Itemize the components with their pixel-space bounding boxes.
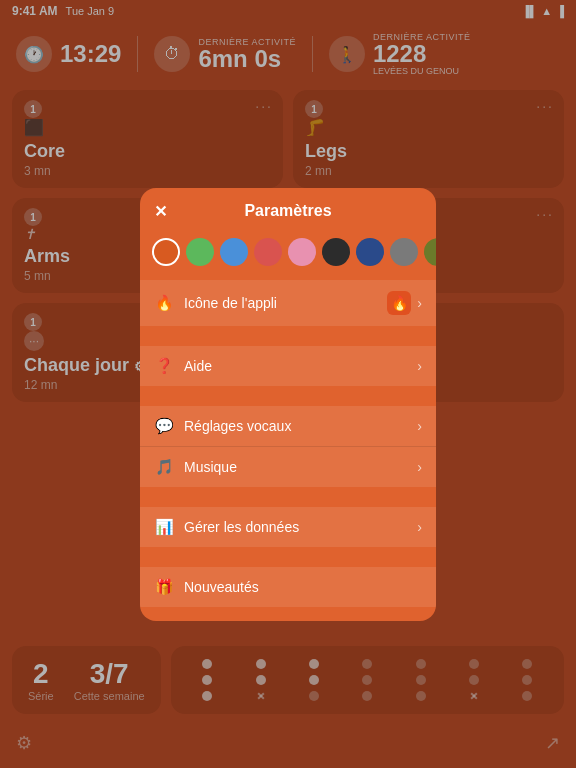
aide-icon: ❓ <box>154 357 174 375</box>
vocal-icon: 💬 <box>154 417 174 435</box>
app-icon-chevron: › <box>417 295 422 311</box>
menu-item-app-icon[interactable]: 🔥 Icône de l'appli 🔥 › <box>140 280 436 326</box>
donnees-icon: 📊 <box>154 518 174 536</box>
modal-title: Paramètres <box>244 202 331 220</box>
swatch-gray[interactable] <box>390 238 418 266</box>
app-icon-preview: 🔥 <box>387 291 411 315</box>
menu-item-donnees[interactable]: 📊 Gérer les données › <box>140 507 436 547</box>
swatch-blue[interactable] <box>220 238 248 266</box>
aide-chevron: › <box>417 358 422 374</box>
musique-icon: 🎵 <box>154 458 174 476</box>
donnees-label: Gérer les données <box>184 519 417 535</box>
menu-section-3: 💬 Réglages vocaux › 🎵 Musique › <box>140 406 436 487</box>
nouveautes-icon: 🎁 <box>154 578 174 596</box>
menu-item-vocal[interactable]: 💬 Réglages vocaux › <box>140 406 436 447</box>
vocal-chevron: › <box>417 418 422 434</box>
color-swatches <box>140 230 436 274</box>
menu-gap-2 <box>140 392 436 400</box>
aide-label: Aide <box>184 358 417 374</box>
swatch-orange[interactable] <box>152 238 180 266</box>
menu-item-nouveautes[interactable]: 🎁 Nouveautés <box>140 567 436 607</box>
swatch-red[interactable] <box>254 238 282 266</box>
swatch-olive[interactable] <box>424 238 436 266</box>
donnees-chevron: › <box>417 519 422 535</box>
menu-gap-1 <box>140 332 436 340</box>
menu-section-4: 📊 Gérer les données › <box>140 507 436 547</box>
modal-close-button[interactable]: ✕ <box>154 202 167 221</box>
swatch-pink[interactable] <box>288 238 316 266</box>
nouveautes-label: Nouveautés <box>184 579 422 595</box>
menu-section-1: 🔥 Icône de l'appli 🔥 › <box>140 280 436 326</box>
settings-modal: ✕ Paramètres 🔥 Icône de l'appli 🔥 › ❓ <box>140 188 436 621</box>
menu-section-5: 🎁 Nouveautés <box>140 567 436 607</box>
menu-item-musique[interactable]: 🎵 Musique › <box>140 447 436 487</box>
musique-label: Musique <box>184 459 417 475</box>
musique-chevron: › <box>417 459 422 475</box>
menu-gap-3 <box>140 493 436 501</box>
swatch-black[interactable] <box>322 238 350 266</box>
swatch-navy[interactable] <box>356 238 384 266</box>
vocal-label: Réglages vocaux <box>184 418 417 434</box>
menu-section-2: ❓ Aide › <box>140 346 436 386</box>
app-icon-right: 🔥 › <box>387 291 422 315</box>
menu-gap-4 <box>140 553 436 561</box>
modal-header: ✕ Paramètres <box>140 188 436 230</box>
swatch-green[interactable] <box>186 238 214 266</box>
app-icon-label: Icône de l'appli <box>184 295 387 311</box>
menu-item-aide[interactable]: ❓ Aide › <box>140 346 436 386</box>
app-icon-emoji: 🔥 <box>154 294 174 312</box>
